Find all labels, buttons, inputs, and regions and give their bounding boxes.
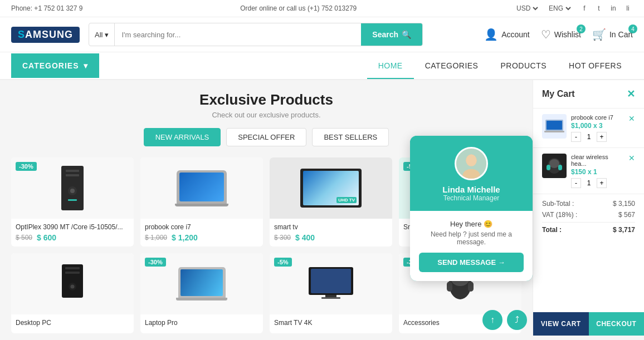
cart-icon: 🛒 <box>592 28 606 41</box>
uhd-badge: UHD TV <box>336 197 357 203</box>
price-old: $ 1,000 <box>145 234 167 242</box>
product-card[interactable]: -30% OptIPlex 3090 MT /Core i5-10505/...… <box>11 157 134 247</box>
chat-greeting: Hey there 😊 <box>419 220 524 228</box>
cart-item-image <box>542 114 567 139</box>
svg-rect-1 <box>66 170 79 172</box>
language-select[interactable]: ENG FR <box>547 4 573 13</box>
heart-icon: ♡ <box>541 28 551 41</box>
tab-new-arrivals[interactable]: NEW ARRIVALS <box>144 128 221 146</box>
laptop-icon <box>175 170 228 206</box>
wishlist-badge: 2 <box>577 24 586 33</box>
svg-rect-18 <box>325 295 336 297</box>
svg-rect-30 <box>558 165 562 170</box>
cart-item-image <box>542 154 567 178</box>
search-category-dropdown[interactable]: All ▾ <box>89 23 115 46</box>
qty-increase-btn[interactable]: + <box>597 178 607 188</box>
account-action[interactable]: 👤 Account <box>484 28 530 41</box>
send-message-button[interactable]: SEND MESSAGE → <box>419 253 524 272</box>
tab-special-offer[interactable]: SPECIAL OFFER <box>226 128 306 146</box>
vat-label: VAT (18%) : <box>542 211 577 219</box>
svg-point-28 <box>549 159 559 168</box>
chat-body: Hey there 😊 Need help ? just send me a m… <box>410 211 533 281</box>
chat-avatar <box>455 147 488 180</box>
nav-categories[interactable]: CATEGORIES <box>414 52 490 79</box>
cart-action[interactable]: 🛒 4 In Cart <box>592 28 633 41</box>
cart-item-name: clear wireless hea... <box>571 154 624 167</box>
categories-chevron-icon: ▾ <box>84 61 88 70</box>
cart-close-button[interactable]: ✕ <box>627 88 635 100</box>
instagram-icon[interactable]: in <box>608 3 618 13</box>
tower-pc-icon <box>56 163 89 213</box>
top-bar: Phone: +1 752 01 327 9 Order online or c… <box>0 0 644 17</box>
order-text: Order online or call us (+1) 752 013279 <box>240 4 357 12</box>
cart-panel: My Cart ✕ probook core i7 $1,000 x 3 - 1… <box>533 80 644 336</box>
cart-item-remove-btn[interactable]: ✕ <box>628 154 635 162</box>
product-name: Smart TV 4K <box>274 319 388 327</box>
share-button[interactable]: ⤴ <box>507 310 527 330</box>
price-old: $ 300 <box>274 234 291 242</box>
qty-decrease-btn[interactable]: - <box>571 178 581 188</box>
header: SAMSUNG All ▾ Search 🔍 👤 Account ♡ 2 Wis… <box>0 17 644 52</box>
nav-hot-offers[interactable]: HOT OFFERS <box>558 52 633 79</box>
bottom-actions: ↑ ⤴ <box>482 310 527 330</box>
search-input[interactable] <box>115 23 361 46</box>
categories-button[interactable]: CATEGORIES ▾ <box>11 53 99 78</box>
cart-item-name: probook core i7 <box>571 114 624 121</box>
currency-select[interactable]: USD EUR <box>514 4 540 13</box>
tv-icon: UHD TV <box>300 169 362 208</box>
discount-badge: -30% <box>16 162 37 171</box>
product-name: OptIPlex 3090 MT /Core i5-10505/... <box>16 223 129 231</box>
product-card[interactable]: UHD TV smart tv $ 300 $ 400 <box>270 157 392 247</box>
scroll-up-button[interactable]: ↑ <box>482 310 502 330</box>
search-button[interactable]: Search 🔍 <box>361 23 422 46</box>
cart-item-remove-btn[interactable]: ✕ <box>628 114 635 123</box>
product-info: Desktop PC <box>11 314 134 333</box>
product-info: probook core i7 $ 1,000 $ 1,200 <box>140 219 263 247</box>
total-label: Total : <box>542 226 562 234</box>
section-subtitle: Check out our exclusive products. <box>11 111 521 119</box>
qty-decrease-btn[interactable]: - <box>571 132 581 142</box>
product-image <box>11 253 134 314</box>
product-card[interactable]: -30% Laptop Pro <box>140 253 263 333</box>
qty-increase-btn[interactable]: + <box>597 132 607 142</box>
price-old: $ 500 <box>16 234 32 242</box>
tab-best-sellers[interactable]: BEST SELLERS <box>312 128 389 146</box>
svg-rect-2 <box>66 174 79 176</box>
product-info: Laptop Pro <box>140 314 263 333</box>
svg-point-34 <box>466 155 476 166</box>
total-value: $ 3,717 <box>613 226 635 234</box>
nav-products[interactable]: PRODUCTS <box>489 52 558 79</box>
chat-agent-role: Technical Manager <box>443 194 500 202</box>
wishlist-action[interactable]: ♡ 2 Wishlist <box>541 28 581 41</box>
svg-rect-17 <box>311 269 351 293</box>
product-name: Laptop Pro <box>145 319 258 327</box>
header-actions: 👤 Account ♡ 2 Wishlist 🛒 4 In Cart <box>484 28 633 41</box>
cart-item-price: $1,000 x 3 <box>571 122 624 130</box>
product-name: Desktop PC <box>16 319 129 327</box>
navbar: CATEGORIES ▾ HOME CATEGORIES PRODUCTS HO… <box>0 52 644 80</box>
twitter-icon[interactable]: t <box>594 3 604 13</box>
product-card[interactable]: probook core i7 $ 1,000 $ 1,200 <box>140 157 263 247</box>
cart-totals: Sub-Total : $ 3,150 VAT (18%) : $ 567 To… <box>533 194 644 243</box>
cart-actions: VIEW CART CHECKOUT <box>533 312 644 336</box>
search-container: All ▾ Search 🔍 <box>89 23 423 46</box>
product-prices: $ 300 $ 400 <box>274 233 388 242</box>
product-info: Smart TV 4K <box>270 314 392 333</box>
nav-links: HOME CATEGORIES PRODUCTS HOT OFFERS <box>367 52 633 79</box>
checkout-button[interactable]: CHECKOUT <box>589 312 645 336</box>
view-cart-button[interactable]: VIEW CART <box>533 312 589 336</box>
laptop2-icon <box>176 267 227 300</box>
svg-rect-26 <box>544 131 564 132</box>
product-card[interactable]: -5% Smart TV 4K <box>270 253 392 333</box>
cart-item-info: probook core i7 $1,000 x 3 - 1 + <box>571 114 624 142</box>
svg-rect-22 <box>447 282 452 292</box>
tv2-icon <box>306 264 356 303</box>
price-new: $ 400 <box>295 233 315 242</box>
tv-screen: UHD TV <box>303 171 359 205</box>
logo[interactable]: SAMSUNG <box>11 27 80 43</box>
linkedin-icon[interactable]: li <box>623 3 633 13</box>
product-info: smart tv $ 300 $ 400 <box>270 219 392 247</box>
product-card[interactable]: Desktop PC <box>11 253 134 333</box>
nav-home[interactable]: HOME <box>367 52 414 79</box>
facebook-icon[interactable]: f <box>579 3 589 13</box>
